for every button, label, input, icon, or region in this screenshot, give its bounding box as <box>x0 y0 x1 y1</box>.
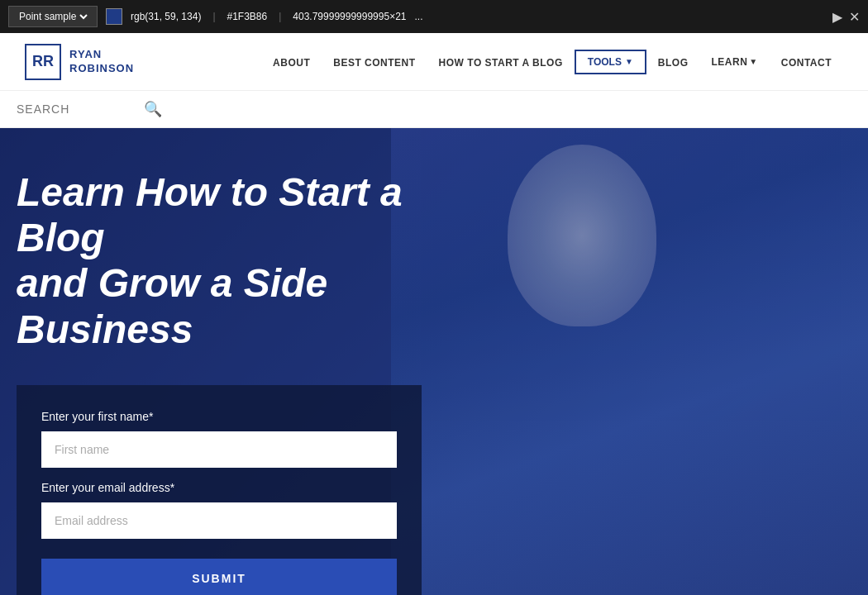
search-icon: 🔍 <box>144 101 162 117</box>
nav-item-learn: LEARN ▼ <box>699 50 769 74</box>
search-button[interactable]: 🔍 <box>144 100 162 118</box>
signup-form: Enter your first name* Enter your email … <box>17 385 422 595</box>
hero-content: Learn How to Start a Blog and Grow a Sid… <box>0 128 513 595</box>
email-input[interactable] <box>41 502 397 539</box>
hero-title-line2: and Grow a Side Business <box>17 261 327 350</box>
logo-name-line1: RYAN <box>69 48 134 62</box>
submit-button[interactable]: SUBMIT <box>41 559 397 595</box>
logo-icon: RR <box>25 44 61 80</box>
divider-2: | <box>279 11 281 22</box>
toolbar-actions: ▶ ✕ <box>832 9 860 25</box>
color-rgb: rgb(31, 59, 134) <box>131 11 201 22</box>
first-name-label: Enter your first name* <box>41 410 397 423</box>
nav-item-contact: CONTACT <box>770 55 843 69</box>
nav-item-how-to-start-blog: HOW TO START A BLOG <box>427 55 575 69</box>
nav-tools-dropdown[interactable]: TOOLS ▼ <box>575 50 646 74</box>
hero-title: Learn How to Start a Blog and Grow a Sid… <box>17 169 488 352</box>
play-button[interactable]: ▶ <box>832 9 842 25</box>
sample-mode-selector[interactable]: Point sample <box>8 6 98 27</box>
logo-initials: RR <box>32 53 54 70</box>
logo-text: RYAN ROBINSON <box>69 48 134 76</box>
search-input[interactable] <box>17 102 141 116</box>
color-picker-toolbar: Point sample rgb(31, 59, 134) | #1F3B86 … <box>0 0 868 33</box>
tools-label: TOOLS <box>588 56 622 68</box>
nav-item-tools: TOOLS ▼ <box>575 50 646 74</box>
nav-link-about[interactable]: ABOUT <box>261 50 322 75</box>
nav-link-contact[interactable]: CONTACT <box>770 50 843 75</box>
nav-link-best-content[interactable]: BEST CONTENT <box>322 50 427 75</box>
first-name-input[interactable] <box>41 431 397 468</box>
nav-item-best-content: BEST CONTENT <box>322 55 427 69</box>
close-button[interactable]: ✕ <box>849 9 860 25</box>
logo-link[interactable]: RR RYAN ROBINSON <box>25 44 134 80</box>
nav-item-about: ABOUT <box>261 55 322 69</box>
nav-link-blog[interactable]: BLOG <box>646 50 700 75</box>
logo-name-line2: ROBINSON <box>69 62 134 76</box>
chevron-down-icon: ▼ <box>625 57 633 66</box>
sample-mode-select[interactable]: Point sample <box>16 10 90 23</box>
extra-info: ... <box>415 11 423 22</box>
divider-1: | <box>212 11 215 22</box>
main-navbar: RR RYAN ROBINSON ABOUT BEST CONTENT HOW … <box>0 33 868 91</box>
learn-label: LEARN <box>711 56 747 68</box>
search-bar: 🔍 <box>0 91 868 128</box>
email-label: Enter your email address* <box>41 481 397 494</box>
nav-link-learn[interactable]: LEARN ▼ <box>699 50 769 74</box>
coordinates: 403.79999999999995×21 <box>293 11 406 22</box>
color-hex: #1F3B86 <box>227 11 268 22</box>
nav-links-list: ABOUT BEST CONTENT HOW TO START A BLOG T… <box>261 50 843 74</box>
nav-link-how-to-start-blog[interactable]: HOW TO START A BLOG <box>427 50 575 75</box>
hero-title-line1: Learn How to Start a Blog <box>17 170 403 259</box>
nav-item-blog: BLOG <box>646 55 700 69</box>
color-swatch <box>106 8 122 25</box>
learn-chevron-icon: ▼ <box>749 57 757 66</box>
hero-section: Learn How to Start a Blog and Grow a Sid… <box>0 128 868 595</box>
